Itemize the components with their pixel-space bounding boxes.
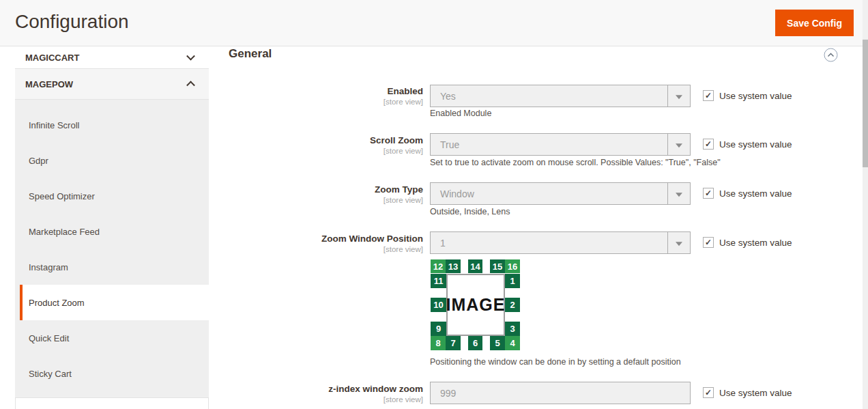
image-placeholder: IMAGE [446,274,505,336]
page-header: Configuration Save Config [0,0,868,46]
field-scope: [store view] [218,147,423,156]
grid-cell-4: 4 [505,336,520,350]
grid-cell-2: 2 [505,298,520,312]
zoom-window-position-label: Zoom Window Position [store view] [218,234,423,254]
select-value: True [440,139,459,150]
zoom-window-position-select[interactable]: 1 [430,231,691,254]
enabled-hint: Enabled Module [430,109,491,118]
dropdown-arrow-icon [667,183,690,204]
grid-cell-1: 1 [505,274,520,288]
sidebar-item-quick-edit[interactable]: Quick Edit [15,320,209,356]
use-system-value-checkbox[interactable]: ✓ [703,90,714,101]
dropdown-arrow-icon [667,85,690,107]
dropdown-arrow-icon [667,134,690,155]
field-scope: [store view] [218,98,423,107]
save-config-button[interactable]: Save Config [775,10,854,36]
enabled-label: Enabled [store view] [218,86,423,107]
chevron-up-icon [186,81,195,89]
grid-cell-7: 7 [446,336,461,350]
item-label: Quick Edit [29,333,69,343]
scroll-zoom-select[interactable]: True [430,133,691,156]
grid-cell-10: 10 [431,298,446,312]
general-section-title: General [229,47,272,61]
sidebar-item-marketplace-feed[interactable]: Marketplace Feed [15,214,209,249]
use-system-value-label: Use system value [719,388,792,398]
page-scrollbar [863,0,868,409]
sidebar-item-list: Infinite Scroll Gdpr Speed Optimizer Mar… [15,100,209,398]
field-label: Enabled [218,86,423,97]
enabled-use-system-value[interactable]: ✓ Use system value [703,90,792,101]
field-scope: [store view] [218,245,423,254]
dropdown-arrow-icon [667,232,690,253]
use-system-value-label: Use system value [719,238,792,248]
configuration-page: Configuration Save Config MAGICCART MAGE… [0,0,868,409]
field-label: Zoom Window Position [218,234,423,244]
chevron-down-icon [186,52,195,61]
sidebar-item-product-zoom[interactable]: Product Zoom [20,285,209,320]
grid-cell-15: 15 [490,259,505,273]
section-label: MAGEPOW [25,79,73,89]
grid-cell-6: 6 [468,336,482,350]
sidebar-item-sticky-cart[interactable]: Sticky Cart [15,356,209,391]
grid-cell-13: 13 [446,259,461,273]
use-system-value-label: Use system value [719,188,792,199]
item-label: Infinite Scroll [29,120,79,130]
use-system-value-checkbox[interactable]: ✓ [703,387,714,398]
grid-cell-5: 5 [490,336,505,350]
grid-cell-8: 8 [431,336,446,350]
next-section-stub [15,398,209,409]
z-index-window-zoom-input[interactable] [430,382,691,404]
field-label: Zoom Type [218,184,423,195]
sidebar-section-magepow[interactable]: MAGEPOW [15,69,209,100]
grid-cell-9: 9 [431,322,446,336]
sidebar-item-gdpr[interactable]: Gdpr [15,143,209,178]
item-label: Product Zoom [29,298,85,308]
zoom-type-label: Zoom Type [store view] [218,184,423,205]
grid-cell-11: 11 [431,274,446,288]
collapse-section-icon[interactable] [824,48,838,62]
select-value: Yes [440,91,456,102]
use-system-value-label: Use system value [719,91,792,101]
select-value: 1 [440,238,446,249]
zoom-window-position-use-system-value[interactable]: ✓ Use system value [703,237,792,248]
z-index-window-zoom-label: z-index window zoom [store view] [218,384,423,404]
grid-cell-16: 16 [505,259,520,273]
use-system-value-label: Use system value [719,139,792,150]
sidebar-item-instagram[interactable]: Instagram [15,249,209,285]
zoom-type-hint: Outside, Inside, Lens [430,207,510,216]
item-label: Instagram [29,262,68,272]
sidebar-item-speed-optimizer[interactable]: Speed Optimizer [15,178,209,214]
use-system-value-checkbox[interactable]: ✓ [703,237,714,248]
scroll-zoom-use-system-value[interactable]: ✓ Use system value [703,139,792,150]
field-scope: [store view] [218,395,423,404]
select-value: Window [440,188,474,199]
grid-cell-3: 3 [505,322,520,336]
zoom-position-grid: 12 13 14 15 16 11 1 10 2 9 3 8 7 6 5 4 I… [431,259,520,350]
item-label: Sticky Cart [29,369,72,379]
zoom-type-use-system-value[interactable]: ✓ Use system value [703,188,792,199]
field-label: Scroll Zoom [218,135,423,146]
grid-cell-12: 12 [431,259,446,273]
z-index-use-system-value[interactable]: ✓ Use system value [703,387,792,398]
grid-cell-14: 14 [468,259,482,273]
item-label: Gdpr [29,156,48,166]
page-title: Configuration [15,11,129,33]
use-system-value-checkbox[interactable]: ✓ [703,139,714,150]
sidebar-item-infinite-scroll[interactable]: Infinite Scroll [15,107,209,143]
use-system-value-checkbox[interactable]: ✓ [703,188,714,199]
zoom-type-select[interactable]: Window [430,182,691,205]
sidebar-section-magiccart[interactable]: MAGICCART [15,46,209,69]
field-label: z-index window zoom [218,384,423,395]
scroll-zoom-hint: Set to true to activate zoom on mouse sc… [430,158,721,167]
scrollbar-thumb[interactable] [863,40,868,167]
item-label: Marketplace Feed [29,227,100,237]
enabled-select[interactable]: Yes [430,85,691,107]
zoom-window-position-hint: Positioning the window can be done in by… [430,357,681,367]
config-nav-sidebar: MAGICCART MAGEPOW Infinite Scroll Gdpr S… [15,46,209,398]
section-label: MAGICCART [25,53,79,63]
item-label: Speed Optimizer [29,191,95,201]
scroll-zoom-label: Scroll Zoom [store view] [218,135,423,156]
field-scope: [store view] [218,196,423,205]
